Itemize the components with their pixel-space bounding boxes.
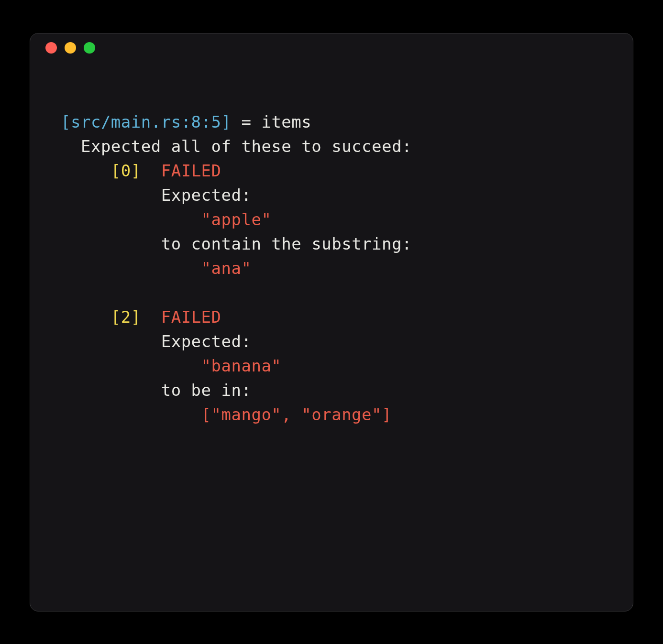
failure-index-line: [2] FAILED xyxy=(61,305,602,329)
predicate-text: to be in: xyxy=(161,381,252,400)
expected-label-line: Expected: xyxy=(61,183,602,207)
source-line: [src/main.rs:8:5] = items xyxy=(61,110,602,134)
actual-value-line: "banana" xyxy=(61,354,602,378)
failed-status: FAILED xyxy=(161,307,221,327)
expected-label: Expected: xyxy=(161,332,252,351)
close-icon[interactable] xyxy=(45,42,57,54)
expected-label-line: Expected: xyxy=(61,329,602,354)
terminal-output: [src/main.rs:8:5] = items Expected all o… xyxy=(30,62,633,458)
expected-label: Expected: xyxy=(161,186,252,205)
predicate-text: to contain the substring: xyxy=(161,234,412,253)
maximize-icon[interactable] xyxy=(84,42,95,54)
failure-index: [2] xyxy=(111,307,141,327)
minimize-icon[interactable] xyxy=(65,42,76,54)
predicate-line: to be in: xyxy=(61,378,602,403)
actual-value: "apple" xyxy=(201,210,272,229)
predicate-line: to contain the substring: xyxy=(61,232,602,256)
expected-value: "ana" xyxy=(201,259,252,278)
source-location: [src/main.rs:8:5] xyxy=(61,112,232,131)
header-line: Expected all of these to succeed: xyxy=(61,134,602,159)
blank-line xyxy=(61,281,602,305)
failure-index-line: [0] FAILED xyxy=(61,159,602,183)
failed-status: FAILED xyxy=(161,161,221,180)
expected-value: ["mango", "orange"] xyxy=(201,405,392,424)
expected-value-line: "ana" xyxy=(61,256,602,281)
equals-items: = items xyxy=(232,112,312,131)
actual-value-line: "apple" xyxy=(61,207,602,232)
expected-value-line: ["mango", "orange"] xyxy=(61,403,602,427)
terminal-window: [src/main.rs:8:5] = items Expected all o… xyxy=(30,33,633,611)
failure-index: [0] xyxy=(111,161,141,180)
titlebar xyxy=(30,33,633,62)
actual-value: "banana" xyxy=(201,356,282,375)
